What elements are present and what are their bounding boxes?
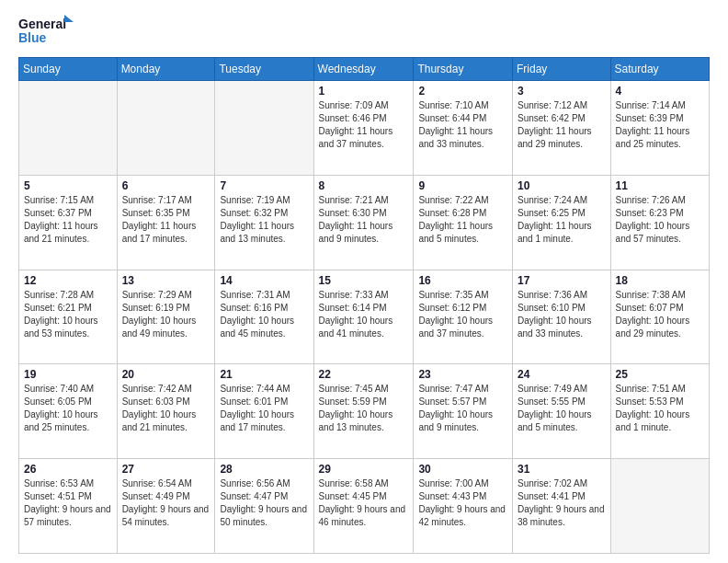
day-info: Sunrise: 6:54 AMSunset: 4:49 PMDaylight:… <box>122 477 210 529</box>
day-number: 7 <box>220 179 308 192</box>
day-info: Sunrise: 7:36 AMSunset: 6:10 PMDaylight:… <box>518 289 606 340</box>
day-info: Sunrise: 7:26 AMSunset: 6:23 PMDaylight:… <box>616 194 704 246</box>
day-number: 4 <box>616 85 704 98</box>
logo-icon: GeneralBlue <box>18 15 74 48</box>
day-header-tuesday: Tuesday <box>215 58 313 81</box>
calendar-cell: 25Sunrise: 7:51 AMSunset: 5:53 PMDayligh… <box>610 364 709 459</box>
day-info: Sunrise: 7:49 AMSunset: 5:55 PMDaylight:… <box>518 383 606 434</box>
day-info: Sunrise: 6:53 AMSunset: 4:51 PMDaylight:… <box>24 477 112 529</box>
day-number: 10 <box>518 179 606 192</box>
day-info: Sunrise: 7:38 AMSunset: 6:07 PMDaylight:… <box>616 289 704 340</box>
day-number: 20 <box>122 368 210 381</box>
day-info: Sunrise: 7:09 AMSunset: 6:46 PMDaylight:… <box>319 99 409 151</box>
calendar-cell: 3Sunrise: 7:12 AMSunset: 6:42 PMDaylight… <box>512 81 610 176</box>
day-number: 8 <box>319 179 409 192</box>
calendar-cell: 10Sunrise: 7:24 AMSunset: 6:25 PMDayligh… <box>512 175 610 270</box>
day-info: Sunrise: 7:12 AMSunset: 6:42 PMDaylight:… <box>518 99 606 151</box>
day-info: Sunrise: 7:02 AMSunset: 4:41 PMDaylight:… <box>518 477 606 529</box>
calendar-cell: 24Sunrise: 7:49 AMSunset: 5:55 PMDayligh… <box>512 364 610 459</box>
calendar-cell: 26Sunrise: 6:53 AMSunset: 4:51 PMDayligh… <box>19 459 118 554</box>
day-info: Sunrise: 7:29 AMSunset: 6:19 PMDaylight:… <box>122 289 210 340</box>
calendar-cell: 17Sunrise: 7:36 AMSunset: 6:10 PMDayligh… <box>512 270 610 364</box>
day-number: 29 <box>319 463 409 476</box>
day-number: 9 <box>418 179 507 192</box>
day-number: 1 <box>319 85 409 98</box>
day-number: 15 <box>319 274 409 287</box>
day-info: Sunrise: 7:00 AMSunset: 4:43 PMDaylight:… <box>418 477 507 529</box>
calendar-cell: 16Sunrise: 7:35 AMSunset: 6:12 PMDayligh… <box>414 270 513 364</box>
day-number: 28 <box>220 463 308 476</box>
calendar-cell: 20Sunrise: 7:42 AMSunset: 6:03 PMDayligh… <box>117 364 215 459</box>
day-number: 16 <box>418 274 507 287</box>
svg-marker-2 <box>64 15 74 22</box>
week-row-4: 19Sunrise: 7:40 AMSunset: 6:05 PMDayligh… <box>19 364 710 459</box>
header: GeneralBlue <box>18 15 710 48</box>
day-number: 26 <box>24 463 112 476</box>
svg-text:General: General <box>18 17 66 31</box>
day-number: 13 <box>122 274 210 287</box>
calendar-cell <box>215 81 313 176</box>
day-number: 30 <box>418 463 507 476</box>
day-info: Sunrise: 6:58 AMSunset: 4:45 PMDaylight:… <box>319 477 409 529</box>
calendar-cell: 7Sunrise: 7:19 AMSunset: 6:32 PMDaylight… <box>215 175 313 270</box>
day-info: Sunrise: 7:42 AMSunset: 6:03 PMDaylight:… <box>122 383 210 434</box>
day-header-wednesday: Wednesday <box>313 58 414 81</box>
calendar-cell: 21Sunrise: 7:44 AMSunset: 6:01 PMDayligh… <box>215 364 313 459</box>
calendar-cell: 31Sunrise: 7:02 AMSunset: 4:41 PMDayligh… <box>512 459 610 554</box>
calendar-cell: 30Sunrise: 7:00 AMSunset: 4:43 PMDayligh… <box>414 459 513 554</box>
day-info: Sunrise: 7:31 AMSunset: 6:16 PMDaylight:… <box>220 289 308 340</box>
calendar-cell: 27Sunrise: 6:54 AMSunset: 4:49 PMDayligh… <box>117 459 215 554</box>
day-number: 6 <box>122 179 210 192</box>
day-info: Sunrise: 7:47 AMSunset: 5:57 PMDaylight:… <box>418 383 507 434</box>
day-header-saturday: Saturday <box>610 58 709 81</box>
day-info: Sunrise: 7:35 AMSunset: 6:12 PMDaylight:… <box>418 289 507 340</box>
day-info: Sunrise: 7:22 AMSunset: 6:28 PMDaylight:… <box>418 194 507 246</box>
day-number: 17 <box>518 274 606 287</box>
day-info: Sunrise: 7:40 AMSunset: 6:05 PMDaylight:… <box>24 383 112 434</box>
calendar-cell: 29Sunrise: 6:58 AMSunset: 4:45 PMDayligh… <box>313 459 414 554</box>
calendar-cell: 12Sunrise: 7:28 AMSunset: 6:21 PMDayligh… <box>19 270 118 364</box>
day-number: 21 <box>220 368 308 381</box>
week-row-3: 12Sunrise: 7:28 AMSunset: 6:21 PMDayligh… <box>19 270 710 364</box>
day-info: Sunrise: 7:10 AMSunset: 6:44 PMDaylight:… <box>418 99 507 151</box>
day-header-friday: Friday <box>512 58 610 81</box>
calendar-cell: 22Sunrise: 7:45 AMSunset: 5:59 PMDayligh… <box>313 364 414 459</box>
day-number: 2 <box>418 85 507 98</box>
calendar-cell: 9Sunrise: 7:22 AMSunset: 6:28 PMDaylight… <box>414 175 513 270</box>
calendar-cell <box>19 81 118 176</box>
day-info: Sunrise: 7:45 AMSunset: 5:59 PMDaylight:… <box>319 383 409 434</box>
day-number: 31 <box>518 463 606 476</box>
day-header-thursday: Thursday <box>414 58 513 81</box>
day-info: Sunrise: 7:33 AMSunset: 6:14 PMDaylight:… <box>319 289 409 340</box>
calendar-cell: 15Sunrise: 7:33 AMSunset: 6:14 PMDayligh… <box>313 270 414 364</box>
day-number: 19 <box>24 368 112 381</box>
day-info: Sunrise: 7:28 AMSunset: 6:21 PMDaylight:… <box>24 289 112 340</box>
day-number: 23 <box>418 368 507 381</box>
day-info: Sunrise: 7:17 AMSunset: 6:35 PMDaylight:… <box>122 194 210 246</box>
day-number: 24 <box>518 368 606 381</box>
calendar-cell: 2Sunrise: 7:10 AMSunset: 6:44 PMDaylight… <box>414 81 513 176</box>
week-row-5: 26Sunrise: 6:53 AMSunset: 4:51 PMDayligh… <box>19 459 710 554</box>
day-number: 5 <box>24 179 112 192</box>
day-info: Sunrise: 7:21 AMSunset: 6:30 PMDaylight:… <box>319 194 409 246</box>
day-info: Sunrise: 6:56 AMSunset: 4:47 PMDaylight:… <box>220 477 308 529</box>
day-number: 25 <box>616 368 704 381</box>
day-header-monday: Monday <box>117 58 215 81</box>
calendar-cell: 8Sunrise: 7:21 AMSunset: 6:30 PMDaylight… <box>313 175 414 270</box>
calendar-cell: 4Sunrise: 7:14 AMSunset: 6:39 PMDaylight… <box>610 81 709 176</box>
day-number: 14 <box>220 274 308 287</box>
calendar-cell: 1Sunrise: 7:09 AMSunset: 6:46 PMDaylight… <box>313 81 414 176</box>
calendar-table: SundayMondayTuesdayWednesdayThursdayFrid… <box>18 57 710 554</box>
calendar-cell: 28Sunrise: 6:56 AMSunset: 4:47 PMDayligh… <box>215 459 313 554</box>
calendar-cell: 13Sunrise: 7:29 AMSunset: 6:19 PMDayligh… <box>117 270 215 364</box>
day-info: Sunrise: 7:14 AMSunset: 6:39 PMDaylight:… <box>616 99 704 151</box>
week-row-1: 1Sunrise: 7:09 AMSunset: 6:46 PMDaylight… <box>19 81 710 176</box>
calendar-cell: 14Sunrise: 7:31 AMSunset: 6:16 PMDayligh… <box>215 270 313 364</box>
week-row-2: 5Sunrise: 7:15 AMSunset: 6:37 PMDaylight… <box>19 175 710 270</box>
svg-text:Blue: Blue <box>18 30 47 45</box>
calendar-cell: 18Sunrise: 7:38 AMSunset: 6:07 PMDayligh… <box>610 270 709 364</box>
calendar-cell: 19Sunrise: 7:40 AMSunset: 6:05 PMDayligh… <box>19 364 118 459</box>
day-number: 11 <box>616 179 704 192</box>
day-header-sunday: Sunday <box>19 58 118 81</box>
calendar-cell: 23Sunrise: 7:47 AMSunset: 5:57 PMDayligh… <box>414 364 513 459</box>
